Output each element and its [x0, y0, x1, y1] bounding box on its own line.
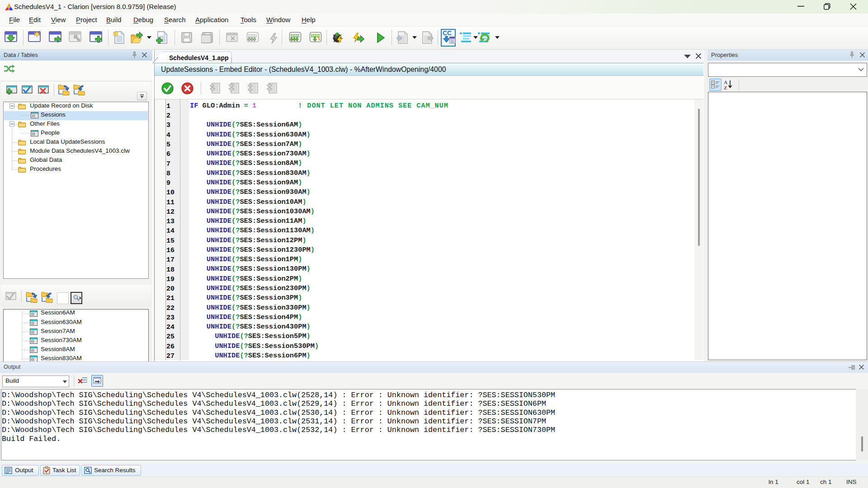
svg-text:Z: Z — [724, 85, 727, 90]
svg-text:A: A — [724, 80, 727, 85]
svg-text:+: + — [712, 85, 714, 88]
svg-text:CC: CC — [443, 30, 452, 37]
svg-text:+: + — [712, 81, 714, 84]
